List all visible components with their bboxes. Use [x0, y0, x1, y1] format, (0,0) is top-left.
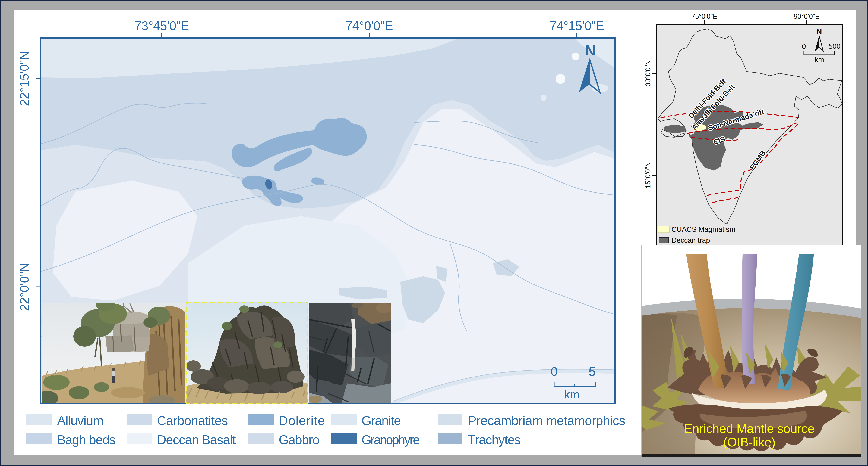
svg-text:Trachytes: Trachytes [468, 433, 521, 447]
svg-text:Dolerite: Dolerite [279, 413, 325, 428]
svg-text:km: km [814, 56, 824, 64]
svg-text:0: 0 [551, 365, 558, 378]
svg-text:15°0'0"N: 15°0'0"N [644, 162, 652, 188]
svg-text:Deccan Basalt: Deccan Basalt [157, 433, 236, 447]
svg-text:0: 0 [802, 42, 806, 51]
svg-text:74°15'0"E: 74°15'0"E [550, 19, 604, 33]
svg-text:500: 500 [829, 42, 840, 51]
svg-text:74°0'0"E: 74°0'0"E [345, 19, 393, 33]
svg-text:75°0'0"E: 75°0'0"E [691, 12, 717, 20]
svg-text:N: N [585, 42, 596, 59]
svg-text:22°15'0"N: 22°15'0"N [17, 51, 31, 106]
svg-text:5: 5 [589, 365, 596, 378]
svg-text:Granite: Granite [362, 413, 401, 428]
svg-text:Precambriam metamorphics: Precambriam metamorphics [468, 413, 625, 428]
svg-text:Deccan trap: Deccan trap [672, 236, 710, 244]
svg-text:30°0'0"N: 30°0'0"N [644, 60, 652, 87]
svg-text:Carbonatites: Carbonatites [157, 413, 228, 428]
svg-text:N: N [816, 27, 822, 36]
svg-text:CUACS Magmatism: CUACS Magmatism [672, 226, 735, 233]
svg-text:Gabbro: Gabbro [279, 433, 319, 447]
svg-text:Alluvium: Alluvium [57, 413, 104, 428]
svg-text:Enriched Mantle source: Enriched Mantle source [684, 422, 814, 436]
svg-text:73°45'0"E: 73°45'0"E [134, 19, 189, 33]
svg-text:(OIB-like): (OIB-like) [723, 435, 776, 449]
svg-text:22°0'0"N: 22°0'0"N [17, 263, 31, 311]
svg-text:km: km [564, 388, 580, 401]
svg-text:Bagh beds: Bagh beds [57, 433, 116, 447]
svg-text:90°0'0"E: 90°0'0"E [794, 12, 820, 20]
svg-text:Granophyre: Granophyre [362, 433, 420, 447]
